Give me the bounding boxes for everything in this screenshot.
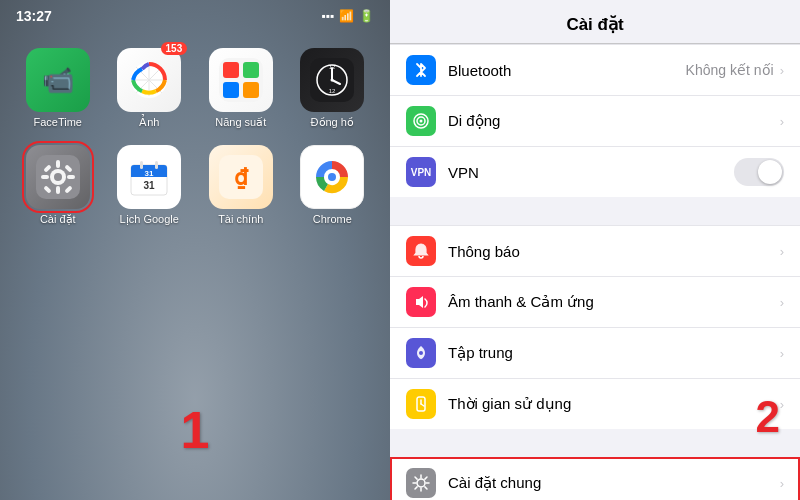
bluetooth-label: Bluetooth	[448, 62, 511, 79]
sound-icon	[406, 287, 436, 317]
svg-rect-31	[140, 161, 143, 169]
svg-rect-20	[67, 175, 75, 179]
svg-text:31: 31	[145, 169, 154, 178]
facetime-label: FaceTime	[34, 116, 83, 128]
mobile-icon	[406, 106, 436, 136]
general-settings-content: Cài đặt chung ›	[448, 474, 784, 492]
mobile-label: Di động	[448, 112, 500, 130]
settings-icon	[26, 145, 90, 209]
step-2-number: 2	[756, 392, 780, 442]
svg-rect-19	[41, 175, 49, 179]
gap-2	[390, 429, 800, 457]
step-1-number: 1	[181, 400, 210, 460]
photos-app[interactable]: 153 Ảnh	[112, 48, 188, 129]
general-settings-label: Cài đặt chung	[448, 474, 541, 492]
svg-point-42	[419, 351, 423, 355]
battery-icon: 🔋	[359, 9, 374, 23]
screentime-row[interactable]: Thời gian sử dụng ›	[390, 379, 800, 429]
bluetooth-right: Không kết nối ›	[686, 62, 784, 78]
productivity-label: Năng suất	[215, 116, 266, 129]
bluetooth-row[interactable]: Bluetooth Không kết nối ›	[390, 44, 800, 96]
general-settings-row[interactable]: Cài đặt chung ›	[390, 457, 800, 500]
settings-title: Cài đặt	[390, 0, 800, 44]
svg-rect-6	[243, 82, 259, 98]
bluetooth-icon	[406, 55, 436, 85]
notifications-section: Thông báo › Âm thanh & Cảm ứng ›	[390, 225, 800, 429]
connectivity-section: Bluetooth Không kết nối ›	[390, 44, 800, 197]
clock-icon: 12 12	[300, 48, 364, 112]
svg-point-16	[54, 173, 62, 181]
vpn-toggle[interactable]	[734, 158, 784, 186]
settings-list: Bluetooth Không kết nối ›	[390, 44, 800, 500]
sound-row[interactable]: Âm thanh & Cảm ứng ›	[390, 277, 800, 328]
screentime-label: Thời gian sử dụng	[448, 395, 571, 413]
settings-panel: Cài đặt Bluetooth Không kết nối ›	[390, 0, 800, 500]
status-bar: 13:27 ▪▪▪ 📶 🔋	[0, 0, 390, 28]
mobile-right: ›	[780, 114, 784, 129]
settings-app[interactable]: Cài đặt	[20, 145, 96, 226]
notifications-label: Thông báo	[448, 243, 520, 260]
chrome-app[interactable]: Chrome	[295, 145, 371, 226]
vpn-label: VPN	[448, 164, 479, 181]
facetime-app[interactable]: 📹 FaceTime	[20, 48, 96, 129]
productivity-app[interactable]: Năng suất	[203, 48, 279, 129]
general-section: Cài đặt chung › Trung	[390, 457, 800, 500]
wifi-icon: 📶	[339, 9, 354, 23]
finance-label: Tài chính	[218, 213, 263, 225]
svg-line-45	[421, 404, 424, 406]
vpn-icon: VPN	[406, 157, 436, 187]
sound-chevron: ›	[780, 295, 784, 310]
svg-point-46	[417, 479, 425, 487]
bluetooth-status: Không kết nối	[686, 62, 774, 78]
settings-label: Cài đặt	[40, 213, 76, 226]
svg-point-11	[331, 79, 334, 82]
focus-label: Tập trung	[448, 344, 513, 362]
notifications-chevron: ›	[780, 244, 784, 259]
general-settings-chevron: ›	[780, 476, 784, 491]
gap-1	[390, 197, 800, 225]
chrome-icon	[300, 145, 364, 209]
app-grid: 📹 FaceTime 153	[0, 28, 390, 242]
signal-icon: ▪▪▪	[321, 9, 334, 23]
vpn-toggle-thumb	[758, 160, 782, 184]
screentime-icon	[406, 389, 436, 419]
mobile-content: Di động ›	[448, 112, 784, 130]
notifications-icon	[406, 236, 436, 266]
productivity-icon	[209, 48, 273, 112]
general-settings-icon	[406, 468, 436, 498]
clock-app[interactable]: 12 12 Đồng hồ	[295, 48, 371, 129]
svg-rect-4	[243, 62, 259, 78]
svg-rect-32	[155, 161, 158, 169]
vpn-content: VPN	[448, 158, 784, 186]
calendar-icon: 31 31	[117, 145, 181, 209]
vpn-row[interactable]: VPN VPN	[390, 147, 800, 197]
focus-chevron: ›	[780, 346, 784, 361]
google-calendar-label: Lịch Google	[120, 213, 179, 226]
svg-rect-18	[56, 186, 60, 194]
bluetooth-content: Bluetooth Không kết nối ›	[448, 62, 784, 79]
sound-label: Âm thanh & Cảm ứng	[448, 293, 594, 311]
svg-text:₫: ₫	[234, 165, 249, 190]
finance-app[interactable]: ₫ Tài chính	[203, 145, 279, 226]
svg-point-38	[328, 173, 336, 181]
svg-rect-17	[56, 160, 60, 168]
svg-point-41	[420, 120, 423, 123]
screentime-content: Thời gian sử dụng ›	[448, 395, 784, 413]
svg-text:12: 12	[329, 88, 336, 94]
notifications-row[interactable]: Thông báo ›	[390, 225, 800, 277]
focus-row[interactable]: Tập trung ›	[390, 328, 800, 379]
mobile-chevron: ›	[780, 114, 784, 129]
clock-label: Đồng hồ	[311, 116, 354, 129]
focus-content: Tập trung ›	[448, 344, 784, 362]
focus-icon	[406, 338, 436, 368]
facetime-icon: 📹	[26, 48, 90, 112]
svg-rect-3	[223, 62, 239, 78]
svg-text:12: 12	[329, 64, 336, 70]
bluetooth-chevron: ›	[780, 63, 784, 78]
google-calendar-app[interactable]: 31 31 Lịch Google	[112, 145, 188, 226]
mobile-row[interactable]: Di động ›	[390, 96, 800, 147]
chrome-label: Chrome	[313, 213, 352, 225]
screentime-chevron: ›	[780, 397, 784, 412]
photos-icon: 153	[117, 48, 181, 112]
svg-text:31: 31	[144, 180, 156, 191]
